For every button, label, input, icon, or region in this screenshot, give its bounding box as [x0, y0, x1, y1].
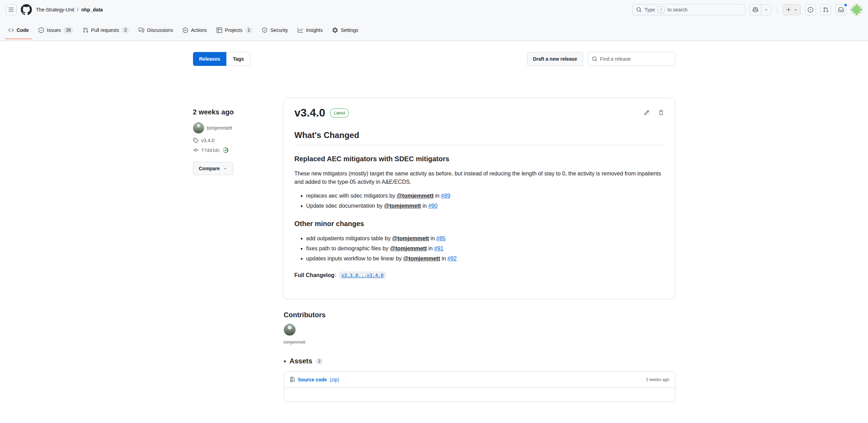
- pr-link[interactable]: #85: [436, 235, 446, 241]
- search-placeholder-prefix: Type: [645, 7, 655, 12]
- release-commit-row: f7dd3dc: [193, 147, 283, 153]
- tab-label: Security: [270, 27, 288, 33]
- triangle-down-icon: ▾: [284, 359, 286, 364]
- releases-controls-right: Draft a new release: [527, 52, 675, 66]
- graph-icon: [298, 27, 303, 33]
- slash-key-hint: /: [658, 6, 665, 13]
- full-changelog-link[interactable]: v3.3.0...v3.4.0: [339, 271, 386, 279]
- tab-actions[interactable]: Actions: [179, 19, 210, 41]
- release-author-row: tomjemmett: [193, 122, 283, 133]
- change-item: replaces aec with sdec mitigators by @to…: [306, 192, 664, 200]
- section-heading: Replaced AEC mitigators with SDEC mitiga…: [295, 154, 664, 164]
- change-text: in: [441, 256, 446, 261]
- pr-link[interactable]: #89: [441, 193, 450, 199]
- release-notes-body: What's Changed Replaced AEC mitigators w…: [295, 129, 664, 279]
- release-card-header: v3.4.0 Latest: [295, 106, 664, 119]
- tab-pull-requests[interactable]: Pull requests 2: [79, 19, 133, 41]
- find-release-input[interactable]: [600, 56, 672, 62]
- delete-release-button[interactable]: [658, 110, 664, 115]
- mention-link[interactable]: @tomjemmett: [390, 245, 427, 251]
- assets-disclosure-toggle[interactable]: ▾ Assets 2: [284, 357, 675, 365]
- mention-link[interactable]: @tomjemmett: [384, 203, 421, 209]
- code-icon: [8, 27, 14, 33]
- verified-check-icon[interactable]: [223, 147, 228, 153]
- tab-code[interactable]: Code: [5, 19, 32, 41]
- tab-security[interactable]: Security: [258, 19, 291, 41]
- change-text: in: [435, 193, 439, 199]
- release-actions: [644, 110, 664, 115]
- issues-header-button[interactable]: [805, 4, 816, 15]
- tags-toggle-button[interactable]: Tags: [226, 52, 251, 66]
- breadcrumb-separator: /: [77, 7, 78, 12]
- tab-label: Issues: [47, 27, 61, 33]
- commit-sha-link[interactable]: f7dd3dc: [201, 148, 220, 153]
- copilot-button[interactable]: [750, 5, 761, 15]
- pr-link[interactable]: #91: [434, 245, 444, 251]
- inbox-icon: [838, 7, 844, 12]
- asset-row: Source code (zip) 2 weeks ago: [284, 372, 675, 388]
- repo-tab-nav: Code Issues 26 Pull requests 2 Discussio…: [0, 19, 868, 41]
- mention-link[interactable]: @tomjemmett: [403, 256, 440, 261]
- asset-date: 2 weeks ago: [646, 377, 669, 382]
- hamburger-menu-button[interactable]: [6, 4, 17, 15]
- contributor-name: tomjemmett: [284, 340, 675, 345]
- search-icon: [592, 56, 597, 62]
- releases-toggle-button[interactable]: Releases: [193, 52, 227, 66]
- global-search-input[interactable]: Type / to search: [632, 4, 745, 15]
- change-text: updates inputs workflow to be linear by: [306, 256, 402, 261]
- full-changelog-label: Full Changelog: [295, 272, 335, 278]
- source-code-zip-link[interactable]: Source code: [298, 377, 327, 382]
- contributor-avatar[interactable]: [284, 324, 296, 336]
- releases-controls: Releases Tags Draft a new release: [193, 52, 675, 66]
- asset-row-cutoff: [284, 388, 675, 402]
- change-item: add outpatients mitigators table by @tom…: [306, 234, 664, 243]
- change-text: in: [428, 245, 432, 251]
- change-list: replaces aec with sdec mitigators by @to…: [295, 192, 664, 210]
- unread-notification-dot: [844, 3, 848, 7]
- pencil-icon: [644, 110, 649, 115]
- plus-icon: [786, 7, 791, 12]
- change-item: fixes path to demographic files by @tomj…: [306, 244, 664, 253]
- github-mark-icon[interactable]: [21, 4, 32, 15]
- author-avatar[interactable]: [193, 122, 204, 133]
- search-icon: [636, 7, 642, 12]
- compare-dropdown-button[interactable]: Compare: [193, 162, 234, 175]
- pr-link[interactable]: #90: [428, 203, 438, 209]
- find-release-search: [588, 52, 675, 66]
- release-tag-name: v3.4.0: [201, 138, 214, 143]
- pr-link[interactable]: #92: [447, 256, 457, 261]
- author-login-link[interactable]: tomjemmett: [207, 125, 232, 131]
- mention-link[interactable]: @tomjemmett: [397, 193, 433, 199]
- comment-discussion-icon: [139, 27, 144, 33]
- triangle-down-icon: [794, 8, 798, 12]
- copilot-dropdown-button[interactable]: [761, 5, 771, 15]
- edit-release-button[interactable]: [644, 110, 649, 115]
- draft-new-release-button[interactable]: Draft a new release: [527, 52, 583, 66]
- breadcrumb-org-link[interactable]: The-Strategy-Unit: [36, 7, 74, 12]
- mention-link[interactable]: @tomjemmett: [392, 235, 429, 241]
- tab-insights[interactable]: Insights: [294, 19, 326, 41]
- tab-settings[interactable]: Settings: [329, 19, 362, 41]
- notifications-inbox-button[interactable]: [835, 4, 847, 15]
- tab-discussions[interactable]: Discussions: [135, 19, 176, 41]
- change-text: fixes path to demographic files by: [306, 245, 388, 251]
- source-code-zip-suffix[interactable]: (zip): [330, 377, 339, 382]
- issues-counter: 26: [63, 27, 73, 34]
- git-commit-icon: [193, 147, 199, 153]
- pull-requests-header-button[interactable]: [820, 4, 831, 15]
- play-icon: [183, 27, 188, 33]
- full-changelog-line: Full Changelog: v3.3.0...v3.4.0: [295, 271, 664, 279]
- breadcrumb-repo-link[interactable]: nhp_data: [81, 7, 103, 12]
- three-bars-icon: [8, 7, 14, 12]
- change-text: add outpatients mitigators table by: [306, 235, 391, 241]
- tab-projects[interactable]: Projects 1: [213, 19, 256, 41]
- tab-label: Actions: [191, 27, 207, 33]
- assets-section: ▾ Assets 2 Source code (zip) 2 weeks a: [283, 357, 675, 402]
- search-placeholder-suffix: to search: [667, 7, 687, 12]
- release-entry: 2 weeks ago tomjemmett v3.4.0 f7dd3dc: [193, 98, 675, 402]
- user-avatar[interactable]: [851, 4, 862, 16]
- create-new-button[interactable]: [783, 4, 801, 15]
- tag-icon: [193, 138, 199, 143]
- tab-label: Discussions: [147, 27, 173, 33]
- tab-issues[interactable]: Issues 26: [35, 19, 77, 41]
